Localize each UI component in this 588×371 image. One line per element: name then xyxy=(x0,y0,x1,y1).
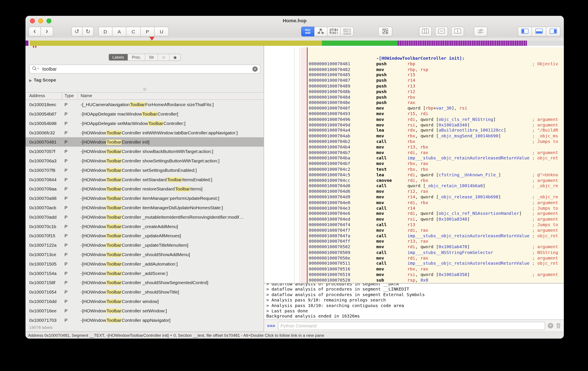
asm-line[interactable]: 00000001000704d6 mov r12, rax xyxy=(309,189,564,194)
asm-line[interactable]: 000000010007048e push rax xyxy=(309,100,564,105)
segment-p-button[interactable]: P xyxy=(140,27,155,37)
asm-line[interactable]: 0000000100070520 sub rsp, 0x8 xyxy=(309,278,564,283)
asm-line[interactable]: 00000001000704d0 call qword [_objc_retai… xyxy=(309,183,564,189)
nav-segment[interactable] xyxy=(30,41,322,46)
asm-line[interactable]: 000000010007049d mov rsi, qword [0x1001a… xyxy=(309,122,564,128)
asm-line[interactable]: 0000000100070502 mov rdi, qword [0x1001a… xyxy=(309,244,564,250)
asm-line[interactable]: 0000000100070493 mov r15, rdi xyxy=(309,111,564,117)
asm-line[interactable]: 00000001000704c2 test rbx, rbx xyxy=(309,166,564,172)
asm-line[interactable]: 00000001000704c5 lea rdi, qword [cfstrin… xyxy=(309,172,564,178)
label-row[interactable]: 0x100054b98P-[HOAppDelegate setMacWindow… xyxy=(25,119,264,128)
disassembly-view[interactable]: -[HOWindowToolbarController init]:000000… xyxy=(264,47,564,283)
asm-line[interactable]: 000000010007048b push r12 xyxy=(309,89,564,94)
asm-line[interactable]: 0000000100070482 mov rbp, rsp xyxy=(309,67,564,72)
label-row[interactable]: 0x1000716eeP-[HOWindowToolbarController … xyxy=(25,306,264,315)
tab-labels[interactable]: Labels xyxy=(109,54,128,60)
asm-line[interactable]: 0000000100070519 mov rsi, qword [0x1001a… xyxy=(309,272,564,278)
label-row[interactable]: 0x10007057fP-[HOWindowToolbarController … xyxy=(25,147,264,156)
asm-line[interactable]: 00000001000704e6 mov rdi, qword [objc_cl… xyxy=(309,211,564,217)
nav-segment[interactable] xyxy=(25,41,29,46)
label-row[interactable]: 0x100070c1bP-[HOWindowToolbarController … xyxy=(25,222,264,231)
column-separator[interactable] xyxy=(62,93,62,100)
label-row[interactable]: 0x100070acbP-[HOWindowToolbarController … xyxy=(25,203,264,212)
asm-line[interactable]: 00000001000704ff mov r13, rax xyxy=(309,239,564,244)
asm-line[interactable]: 000000010007050e mov rdi, rax ; argument xyxy=(309,255,564,261)
asm-line[interactable]: 0000000100070487 push r14 xyxy=(309,78,564,83)
cfg-mode-button[interactable] xyxy=(314,27,327,37)
forward-button[interactable]: › xyxy=(41,27,53,37)
column-header-name[interactable]: Name xyxy=(81,93,92,98)
asm-line[interactable]: 00000001000704f7 mov rdi, rax ; argument xyxy=(309,227,564,233)
label-row[interactable]: 0x100071703P-[HOWindowToolbarController … xyxy=(25,315,264,324)
asm-line[interactable]: 00000001000704ed mov rsi, qword [0x1001a… xyxy=(309,217,564,222)
nav-segment[interactable] xyxy=(398,41,527,46)
segment-navigation-bar[interactable] xyxy=(25,41,564,46)
column-separator[interactable] xyxy=(78,93,78,100)
analysis-log[interactable]: > dataflow analysis of procedures in seg… xyxy=(264,283,564,320)
asm-line[interactable]: 00000001000704b4 mov r13, rbx xyxy=(309,144,564,150)
label-row[interactable]: 0x10007158fP-[HOWindowToolbarController … xyxy=(25,278,264,287)
label-row[interactable]: 0x1000709aaP-[HOWindowToolbarController … xyxy=(25,184,264,194)
asm-line[interactable]: 0000000100070516 mov rbx, rax xyxy=(309,266,564,272)
asm-line[interactable]: 000000010007048f mov qword [rbp+var_30],… xyxy=(309,105,564,111)
segment-d-button[interactable]: D xyxy=(98,27,112,37)
asm-line[interactable]: 00000001000704b2 call rbx ; Jumps to xyxy=(309,139,564,144)
asm-line[interactable]: 00000001000704b7 mov rdi, rax ; argument xyxy=(309,150,564,155)
column-header-address[interactable]: Address xyxy=(29,93,45,98)
label-row[interactable]: 0x100070addP-[HOWindowToolbarController … xyxy=(25,212,264,222)
toggle-right-panel-button[interactable] xyxy=(546,27,561,37)
undo-button[interactable]: ↺ xyxy=(71,27,83,37)
segment-c-button[interactable]: C xyxy=(126,27,141,37)
nav-segment[interactable] xyxy=(527,41,564,46)
asm-line[interactable]: 000000010007048d push rbx xyxy=(309,94,564,100)
label-row[interactable]: 0x1000713ceP-[HOWindowToolbarController … xyxy=(25,250,264,259)
asm-line[interactable]: 00000001000704ab mov rbx, qword [_objc_m… xyxy=(309,133,564,139)
back-button[interactable]: ‹ xyxy=(29,27,41,37)
pseudocode-mode-button[interactable]: if(b)f(x): xyxy=(327,27,340,37)
asm-line[interactable]: 00000001000704a4 lea rdx, qword [aBuildr… xyxy=(309,128,564,133)
trash-icon[interactable] xyxy=(556,323,561,328)
asm-line[interactable]: 0000000100070485 push r15 xyxy=(309,72,564,78)
column-header-type[interactable]: Type xyxy=(64,93,74,98)
search-field[interactable]: ✕ xyxy=(29,65,260,74)
asm-line[interactable]: 00000001000704e3 call r14 ; Jumps to xyxy=(309,205,564,211)
label-row[interactable]: 0x100070844P-[HOWindowToolbarController … xyxy=(25,175,264,184)
tab-strings[interactable]: Str xyxy=(145,54,158,60)
hex-mode-button[interactable]: 486F70786572204669 xyxy=(341,27,354,37)
label-row[interactable]: 0x10007122aP-[HOWindowToolbarController … xyxy=(25,240,264,250)
asm-line[interactable]: 00000001000704ba call imp___stubs__objc_… xyxy=(309,155,564,161)
nav-segment[interactable] xyxy=(322,41,398,46)
filters-button[interactable] xyxy=(474,27,487,37)
show-details-button[interactable] xyxy=(435,27,448,37)
asm-line[interactable]: 00000001000704e0 mov rdi, rbx ; argument xyxy=(309,200,564,205)
asm-line[interactable]: 0000000100070481 push rbp ; Objectiv xyxy=(309,61,564,67)
segment-u-button[interactable]: U xyxy=(155,27,169,37)
show-info-button[interactable] xyxy=(452,27,464,37)
assembly-mode-button[interactable]: movadd xyxy=(301,27,314,37)
label-row[interactable]: 0x100070481P-[HOWindowToolbarController … xyxy=(25,137,264,147)
asm-line[interactable]: 00000001000704f4 call r13 ; Jumps to xyxy=(309,222,564,227)
asm-line[interactable]: 00000001000704d9 mov r14, qword [_objc_r… xyxy=(309,194,564,200)
label-row[interactable]: 0x100071505P-[HOWindowToolbarController … xyxy=(25,259,264,269)
label-row[interactable]: 0x100070f15P-[HOWindowToolbarController … xyxy=(25,231,264,241)
redo-button[interactable]: ↻ xyxy=(83,27,94,37)
tab-favorites[interactable]: ☆ xyxy=(158,54,169,60)
label-row[interactable]: 0x100070a98P-[HOWindowToolbarController … xyxy=(25,193,264,203)
transform-data-button[interactable] xyxy=(378,27,392,37)
label-row[interactable]: 0x1000707f8P-[HOWindowToolbarController … xyxy=(25,165,264,175)
clear-console-icon[interactable]: ✕ xyxy=(548,323,553,328)
segment-a-button[interactable]: A xyxy=(112,27,126,37)
label-row[interactable]: 0x100018eecP-[_HUCameraNavigationToolbar… xyxy=(25,100,264,109)
asm-line[interactable]: 00000001000704bf mov rbx, rax xyxy=(309,161,564,166)
label-row[interactable]: 0x10007154aP-[HOWindowToolbarController … xyxy=(25,269,264,278)
tab-scope[interactable]: ◉ xyxy=(169,54,180,60)
label-row[interactable]: 0x1000706a3P-[HOWindowToolbarController … xyxy=(25,156,264,165)
asm-line[interactable]: 0000000100070489 push r13 xyxy=(309,83,564,89)
tab-procedures[interactable]: Proc. xyxy=(128,54,145,60)
toggle-bottom-panel-button[interactable] xyxy=(532,27,546,37)
python-command-input[interactable] xyxy=(278,321,545,330)
asm-line[interactable]: 0000000100070511 call imp___stubs__objc_… xyxy=(309,261,564,266)
show-columns-button[interactable] xyxy=(419,27,432,37)
toggle-left-panel-button[interactable] xyxy=(518,27,532,37)
asm-line[interactable]: 0000000100070496 mov rdi, qword [objc_cl… xyxy=(309,117,564,122)
